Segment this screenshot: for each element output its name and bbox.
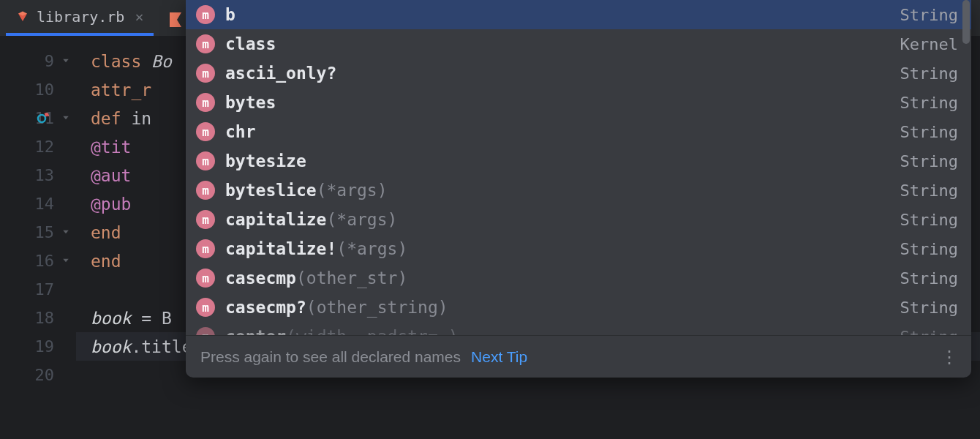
completion-item[interactable]: mclassKernel	[186, 29, 971, 59]
method-icon: m	[196, 327, 215, 335]
method-icon: m	[196, 34, 215, 53]
close-icon[interactable]: ×	[132, 8, 143, 26]
completion-origin: String	[900, 123, 958, 141]
completion-name: b	[225, 5, 235, 24]
completion-name: capitalize	[225, 210, 326, 229]
completion-args: (*args)	[336, 239, 407, 258]
method-icon: m	[196, 298, 215, 317]
completion-popup: mbStringmclassKernelmascii_only?Stringmb…	[186, 0, 971, 378]
completion-item[interactable]: mchrString	[186, 117, 971, 146]
file-tab[interactable]: library.rb ×	[6, 0, 154, 36]
gutter-line: 18	[0, 304, 76, 332]
completion-args: (width, padstr= )	[286, 327, 458, 335]
gutter-line: 19	[0, 332, 76, 361]
completion-args: (*args)	[317, 181, 388, 200]
completion-name: chr	[225, 122, 256, 141]
completion-origin: Kernel	[900, 35, 958, 53]
completion-item[interactable]: mcapitalize(*args)String	[186, 205, 971, 234]
bookmark-icon[interactable]	[167, 11, 184, 29]
more-icon[interactable]: ⋮	[941, 347, 957, 367]
completion-item[interactable]: mbytesString	[186, 88, 971, 117]
fold-icon[interactable]	[61, 255, 73, 267]
svg-point-3	[38, 115, 45, 122]
ruby-file-icon	[16, 10, 29, 23]
completion-item[interactable]: mcenter(width, padstr= )String	[186, 322, 971, 335]
completion-name: bytesize	[225, 151, 306, 170]
gutter-line: 14	[0, 190, 76, 218]
method-icon: m	[196, 210, 215, 229]
next-tip-link[interactable]: Next Tip	[471, 348, 527, 366]
method-icon: m	[196, 122, 215, 141]
completion-name: capitalize!	[225, 239, 336, 258]
gutter-line: 17	[0, 275, 76, 304]
completion-origin: String	[900, 152, 958, 170]
method-icon: m	[196, 5, 215, 24]
completion-item[interactable]: mcasecmp(other_str)String	[186, 263, 971, 293]
completion-name: casecmp	[225, 269, 296, 288]
completion-name: bytes	[225, 93, 276, 112]
gutter-line: 12	[0, 132, 76, 161]
popup-scrollbar[interactable]	[962, 0, 970, 44]
completion-origin: String	[900, 299, 958, 317]
gutter-line: 16	[0, 247, 76, 275]
completion-args: (*args)	[326, 210, 397, 229]
completion-name: ascii_only?	[225, 64, 336, 83]
method-icon: m	[196, 181, 215, 200]
gutter-line: 10	[0, 75, 76, 104]
svg-marker-2	[170, 12, 181, 27]
override-marker-icon[interactable]	[37, 109, 50, 127]
gutter-line: 13	[0, 161, 76, 190]
gutter-line: 11	[0, 104, 76, 132]
footer-hint: Press again to see all declared names	[200, 348, 461, 366]
file-tab-label: library.rb	[37, 8, 124, 26]
completion-item[interactable]: mbyteslice(*args)String	[186, 176, 971, 205]
completion-item[interactable]: mcapitalize!(*args)String	[186, 234, 971, 263]
completion-origin: String	[900, 181, 958, 200]
completion-origin: String	[900, 94, 958, 112]
completion-item[interactable]: mbytesizeString	[186, 146, 971, 176]
completion-origin: String	[900, 328, 958, 336]
gutter-line: 15	[0, 218, 76, 247]
completion-item[interactable]: mascii_only?String	[186, 59, 971, 88]
fold-icon[interactable]	[61, 113, 73, 124]
method-icon: m	[196, 269, 215, 288]
method-icon: m	[196, 151, 215, 170]
completion-name: casecmp?	[225, 298, 306, 317]
completion-origin: String	[900, 240, 958, 258]
fold-icon[interactable]	[61, 227, 73, 239]
completion-args: (other_str)	[296, 269, 407, 288]
completion-footer: Press again to see all declared names Ne…	[186, 335, 971, 378]
completion-origin: String	[900, 64, 958, 83]
method-icon: m	[196, 64, 215, 83]
completion-origin: String	[900, 6, 958, 24]
completion-name: class	[225, 34, 276, 53]
completion-args: (other_string)	[306, 298, 448, 317]
gutter-line: 20	[0, 361, 76, 389]
line-gutter: 91011121314151617181920	[0, 37, 76, 439]
completion-origin: String	[900, 269, 958, 288]
completion-name: center	[225, 327, 286, 335]
method-icon: m	[196, 239, 215, 258]
completion-item[interactable]: mbString	[186, 0, 971, 29]
fold-icon[interactable]	[61, 56, 73, 67]
method-icon: m	[196, 93, 215, 112]
gutter-line: 9	[0, 47, 76, 75]
completion-item[interactable]: mcasecmp?(other_string)String	[186, 293, 971, 322]
completion-origin: String	[900, 211, 958, 229]
completion-name: byteslice	[225, 181, 317, 200]
completion-list[interactable]: mbStringmclassKernelmascii_only?Stringmb…	[186, 0, 971, 335]
